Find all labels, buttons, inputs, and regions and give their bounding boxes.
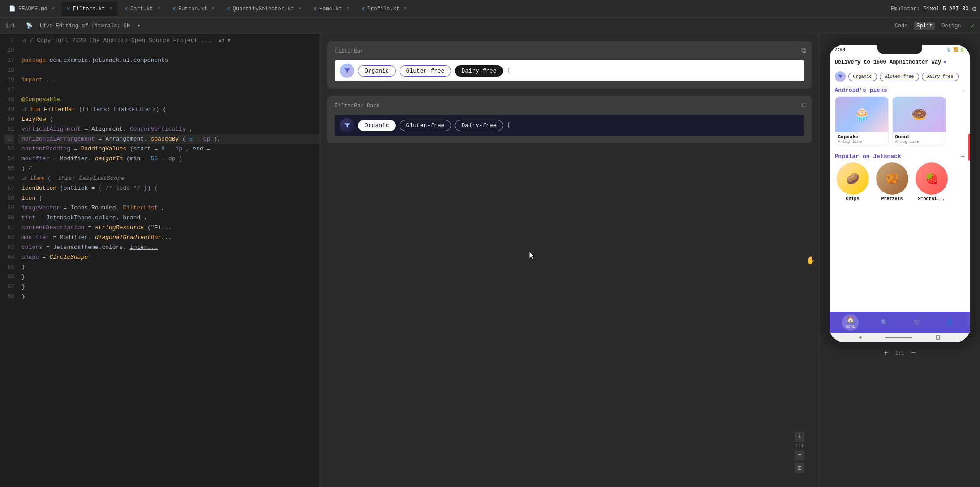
code-content[interactable]: ⊿ / Copyright 2020 The Android Open Sour… <box>18 34 320 487</box>
tab-bar: 📄 README.md × K Filters.kt × K Cart.kt ×… <box>0 0 980 18</box>
live-editing-label[interactable]: Live Editing of Literals: ON <box>40 23 130 29</box>
app-chip-dairyfree[interactable]: Dairy-free <box>922 73 959 81</box>
phone-zoom-plus-icon[interactable]: + <box>884 349 888 357</box>
home-bar-home-btn[interactable] <box>885 337 912 338</box>
tab-readme[interactable]: 📄 README.md × <box>4 2 60 16</box>
nav-profile[interactable]: 👤 <box>942 317 957 328</box>
chip-organic-dark[interactable]: Organic <box>358 120 396 131</box>
filterbar-light-panel: FilterBar ⧉ Organic Gluten-free Dairy-fr… <box>327 41 812 89</box>
filter-bar-preview-dark: Organic Gluten-free Dairy-free ( <box>335 115 804 136</box>
code-line: } <box>18 282 320 292</box>
delivery-info[interactable]: Delivery to 1600 Amphitheater Way ▾ <box>835 58 947 66</box>
popular-cards-row: 🥔 Chips 🥨 Pretzels 🍓 Smoothi... <box>830 162 970 201</box>
fit-screen-btn[interactable]: ⊡ <box>795 463 804 473</box>
tab-button[interactable]: K Button.kt × <box>168 2 220 16</box>
view-tabs: Code Split Design ✓ <box>892 22 975 30</box>
tab-filters[interactable]: K Filters.kt × <box>62 2 118 16</box>
kotlin-icon: K <box>314 6 317 12</box>
app-content: Delivery to 1600 Amphitheater Way ▾ Orga… <box>830 55 970 312</box>
split-tab-btn[interactable]: Split <box>914 22 935 30</box>
code-line: ⊿ item { this: LazyListScope <box>18 174 320 184</box>
chips-name: Chips <box>846 197 859 201</box>
zoom-in-btn[interactable]: + <box>795 432 804 442</box>
code-line: @Composable <box>18 95 320 105</box>
app-chip-glutenfree[interactable]: Gluten-free <box>880 73 919 81</box>
popular-section-arrow-icon[interactable]: → <box>961 153 964 160</box>
code-line: LazyRow ( <box>18 115 320 124</box>
settings-icon[interactable]: ⚙ <box>972 4 976 13</box>
tab-cart[interactable]: K Cart.kt × <box>119 2 165 16</box>
filterbar-dark-panel: FilterBar Dark ⧉ Organic Gluten-free Dai… <box>327 96 812 143</box>
zoom-controls: + 1:1 − ⊡ <box>795 432 804 473</box>
chip-dairyfree-light[interactable]: Dairy-free <box>455 65 503 77</box>
code-line <box>18 85 320 95</box>
kotlin-icon: K <box>125 6 128 12</box>
app-chip-organic[interactable]: Organic <box>848 73 877 81</box>
code-line: verticalAlignment = Alignment. CenterVer… <box>18 124 320 134</box>
tab-home[interactable]: K Home.kt × <box>308 2 354 16</box>
phone-outer: 7:04 📡 📶 🔋 Delivery to 1600 Amphitheater… <box>826 41 974 346</box>
chips-image: 🥔 <box>837 162 869 195</box>
androids-picks-cards: 🧁 Cupcake A tag line 🍩 <box>830 96 970 146</box>
kotlin-icon: K <box>361 6 365 12</box>
phone-zoom-label: 1:1 <box>895 350 904 356</box>
code-tab-btn[interactable]: Code <box>892 22 911 30</box>
nav-cart[interactable]: 🛒 <box>910 317 924 328</box>
bottom-nav: 🏠 HOME 🔍 🛒 👤 <box>830 312 970 333</box>
close-icon[interactable]: × <box>52 6 55 11</box>
home-bar-recents-btn[interactable] <box>936 335 940 340</box>
section-arrow-icon[interactable]: → <box>961 86 964 94</box>
home-bar-back-btn[interactable] <box>859 336 862 339</box>
close-icon[interactable]: × <box>404 6 407 11</box>
cupcake-info: Cupcake A tag line <box>835 132 888 146</box>
chip-glutenfree-dark[interactable]: Gluten-free <box>400 120 451 131</box>
kotlin-icon: K <box>227 6 230 12</box>
close-icon[interactable]: × <box>298 6 301 11</box>
side-toolbar: ✋ <box>806 256 815 265</box>
chip-organic-light[interactable]: Organic <box>358 65 396 77</box>
close-icon[interactable]: × <box>109 6 112 11</box>
phone-zoom-minus-icon[interactable]: − <box>911 349 916 357</box>
popular-card-chips[interactable]: 🥔 Chips <box>835 162 871 201</box>
popular-card-smoothie[interactable]: 🍓 Smoothi... <box>914 162 950 201</box>
emulator-label: Emulator: <box>891 6 920 12</box>
scroll-indicator <box>968 134 970 161</box>
code-line: contentPadding = PaddingValues (start = … <box>18 144 320 154</box>
donut-image: 🍩 <box>893 97 946 132</box>
tab-profile[interactable]: K Profile.kt × <box>356 2 412 16</box>
close-icon[interactable]: × <box>158 6 160 11</box>
more-chips-indicator-dark: ( <box>507 121 511 129</box>
device-name: Pixel 5 API 30 <box>924 6 969 12</box>
donut-info: Donut A tag line <box>893 132 946 146</box>
nav-search[interactable]: 🔍 <box>877 317 892 328</box>
cupcake-tag: A tag line <box>838 140 885 144</box>
code-line: } <box>18 292 320 302</box>
code-line: IconButton (onClick = { /* todo */ }) { <box>18 184 320 193</box>
close-icon[interactable]: × <box>346 6 349 11</box>
zoom-out-btn[interactable]: − <box>795 450 804 460</box>
copy-icon[interactable]: ⧉ <box>801 47 806 55</box>
code-line: ⊿ / Copyright 2020 The Android Open Sour… <box>18 36 320 46</box>
checkmark-icon: ✓ <box>971 22 975 30</box>
line-indicator: 1:1 <box>5 23 15 29</box>
filter-icon-light[interactable] <box>340 64 354 78</box>
readme-icon: 📄 <box>9 5 16 12</box>
food-card-donut[interactable]: 🍩 Donut A tag line <box>892 96 946 146</box>
food-card-cupcake[interactable]: 🧁 Cupcake A tag line <box>835 96 889 146</box>
copy-icon-dark[interactable]: ⧉ <box>801 101 806 110</box>
filter-circle-phone[interactable] <box>835 71 846 82</box>
hand-tool-icon[interactable]: ✋ <box>806 256 815 265</box>
popular-card-pretzels[interactable]: 🥨 Pretzels <box>874 162 910 201</box>
wifi-icon: 📡 <box>946 47 951 52</box>
main-area: 1 16 17 18 19 47 48 49 50 51 52 53 54 55… <box>0 34 980 487</box>
design-tab-btn[interactable]: Design <box>939 22 963 30</box>
filter-icon-dark[interactable] <box>340 118 354 132</box>
signal-icon: 📶 <box>953 47 958 52</box>
chip-dairyfree-dark[interactable]: Dairy-free <box>455 120 503 131</box>
nav-home[interactable]: 🏠 HOME <box>842 314 859 331</box>
chip-glutenfree-light[interactable]: Gluten-free <box>400 65 451 77</box>
code-editor: 1 16 17 18 19 47 48 49 50 51 52 53 54 55… <box>0 34 320 487</box>
dropdown-arrow-icon[interactable]: ▾ <box>137 22 140 29</box>
close-icon[interactable]: × <box>212 6 215 11</box>
tab-quantityselector[interactable]: K QuantitySelector.kt × <box>222 2 306 16</box>
